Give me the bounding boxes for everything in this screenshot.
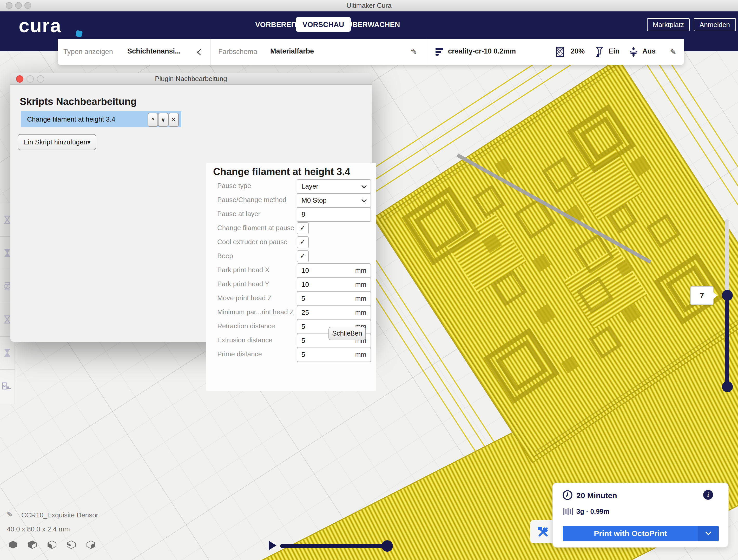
check-icon: ✓ — [300, 252, 306, 260]
close-button[interactable]: Schließen — [328, 327, 366, 340]
field-label: Beep — [217, 252, 233, 260]
input-value: 5 — [301, 292, 305, 306]
scripts-panel-heading: Skripts Nachbearbeitung — [20, 96, 137, 107]
field-label: Change filament at pause — [217, 224, 294, 232]
material-usage-estimate: 3g · 0.99m — [577, 508, 609, 515]
view-orientation-bar — [8, 540, 103, 551]
infill-value[interactable]: 20% — [571, 47, 585, 55]
field-label: Minimum par...rint head Z — [217, 308, 294, 316]
pause-method-select[interactable]: M0 Stop — [297, 193, 371, 208]
layer-slider-top-handle[interactable] — [722, 290, 733, 301]
select-value: M0 Stop — [301, 194, 327, 207]
move-z-input[interactable]: 5 mm — [297, 292, 371, 306]
min-park-z-input[interactable]: 25 mm — [297, 306, 371, 320]
view-right-icon[interactable] — [86, 540, 96, 551]
layer-slider-bottom-handle[interactable] — [722, 381, 733, 392]
check-icon: ✓ — [300, 224, 306, 232]
selected-script-row[interactable]: Change filament at height 3.4 ^ ∨ ✕ — [21, 111, 181, 127]
model-dimensions: 40.0 x 80.0 x 2.4 mm — [7, 525, 70, 533]
input-value: 5 — [301, 334, 305, 348]
marketplace-button[interactable]: Marktplatz — [647, 18, 690, 31]
view-type-select[interactable]: Schichtenansi... — [127, 47, 181, 55]
input-value: 10 — [301, 264, 309, 277]
layer-slider-range-track[interactable] — [725, 291, 729, 390]
check-icon: ✓ — [300, 238, 306, 246]
print-time-estimate: 20 Minuten — [577, 491, 617, 500]
input-unit: mm — [355, 292, 366, 306]
clock-icon — [562, 490, 573, 500]
print-job-card: 20 Minuten i 3g · 0.99m Print with OctoP… — [552, 483, 729, 548]
view-3d-icon[interactable] — [8, 540, 18, 551]
cura-logo-dot — [75, 30, 83, 37]
beep-checkbox[interactable]: ✓ — [297, 250, 309, 262]
input-value: 5 — [301, 348, 305, 362]
cool-extruder-checkbox[interactable]: ✓ — [297, 236, 309, 248]
field-label: Cool extruder on pause — [217, 238, 287, 246]
input-value: 25 — [301, 306, 309, 320]
move-script-up-button[interactable]: ^ — [147, 113, 158, 127]
play-button[interactable] — [269, 541, 277, 550]
color-scheme-select[interactable]: Materialfarbe — [270, 47, 314, 55]
support-value[interactable]: Ein — [609, 47, 620, 55]
dialog-title: Plugin Nachbearbeitung — [10, 75, 372, 83]
input-value: 10 — [301, 278, 309, 292]
field-label: Pause at layer — [217, 210, 260, 218]
tool-support-blocker-icon[interactable] — [0, 369, 15, 403]
print-button-label: Print with OctoPrint — [563, 526, 698, 541]
input-value: 8 — [301, 208, 305, 221]
view-left-icon[interactable] — [67, 540, 76, 551]
park-y-input[interactable]: 10 mm — [297, 277, 371, 292]
dropdown-caret-icon: ▾ — [87, 138, 91, 146]
rename-pencil-icon[interactable]: ✎ — [7, 510, 13, 518]
field-label: Park print head X — [217, 266, 270, 274]
script-settings-panel: Change filament at height 3.4 Pause type… — [206, 163, 376, 391]
input-unit: mm — [355, 278, 366, 292]
playback-slider-handle[interactable] — [381, 540, 393, 552]
print-options-dropdown[interactable] — [698, 526, 719, 541]
add-script-button-label: Ein Skript hinzufügen — [23, 138, 87, 146]
pause-type-select[interactable]: Layer — [297, 179, 371, 194]
printer-profile-value[interactable]: creality-cr-10 0.2mm — [448, 47, 516, 55]
current-layer-tooltip: 7 — [690, 286, 714, 305]
sign-in-button[interactable]: Anmelden — [694, 18, 736, 31]
change-filament-checkbox[interactable]: ✓ — [297, 222, 309, 234]
window-titlebar[interactable]: Ultimaker Cura — [0, 0, 738, 11]
chevron-down-icon — [361, 185, 367, 188]
chevron-left-icon[interactable] — [197, 49, 201, 56]
model-name: CCR10_Exquisite Densor — [21, 511, 98, 519]
window-title: Ultimaker Cura — [0, 2, 738, 9]
view-front-icon[interactable] — [28, 540, 37, 551]
cura-app-window: 7 ✎ CCR10_Exquisite Densor 40.0 x 80.0 x… — [0, 0, 738, 560]
field-label: Extrusion distance — [217, 336, 272, 344]
dialog-titlebar[interactable]: Plugin Nachbearbeitung — [10, 73, 372, 85]
adhesion-icon — [629, 46, 638, 58]
print-button[interactable]: Print with OctoPrint — [563, 526, 719, 541]
tab-ueberwachen[interactable]: ÜBERWACHEN — [340, 17, 407, 32]
layer-slider-upper-track[interactable] — [725, 219, 729, 295]
remove-script-button[interactable]: ✕ — [168, 113, 179, 127]
chevron-down-icon — [361, 199, 367, 202]
input-unit: mm — [355, 306, 366, 320]
field-label: Retraction distance — [217, 322, 275, 330]
edit-color-scheme-pencil-icon[interactable]: ✎ — [411, 47, 417, 57]
adhesion-value[interactable]: Aus — [642, 47, 656, 55]
info-icon[interactable]: i — [703, 490, 713, 500]
material-usage-icon — [563, 507, 573, 516]
prime-distance-input[interactable]: 5 mm — [297, 348, 371, 362]
view-type-label: Typen anzeigen — [63, 48, 113, 56]
view-top-icon[interactable] — [47, 540, 57, 551]
move-script-down-button[interactable]: ∨ — [158, 113, 168, 127]
playback-slider[interactable] — [280, 544, 388, 548]
selected-script-name: Change filament at height 3.4 — [27, 115, 115, 123]
post-processing-dialog: Plugin Nachbearbeitung Skripts Nachbearb… — [10, 73, 372, 342]
input-unit: mm — [355, 264, 366, 277]
edit-print-setup-pencil-icon[interactable]: ✎ — [670, 47, 676, 57]
view-options-toolbar: Typen anzeigen Schichtenansi... Farbsche… — [58, 39, 684, 65]
layers-profile-icon — [435, 47, 444, 57]
chevron-down-icon — [705, 531, 712, 536]
park-x-input[interactable]: 10 mm — [297, 263, 371, 278]
color-scheme-label: Farbschema — [218, 48, 257, 56]
add-script-button[interactable]: Ein Skript hinzufügen▾ — [18, 134, 96, 150]
infill-icon — [556, 47, 564, 57]
pause-at-layer-input[interactable]: 8 — [297, 207, 371, 222]
